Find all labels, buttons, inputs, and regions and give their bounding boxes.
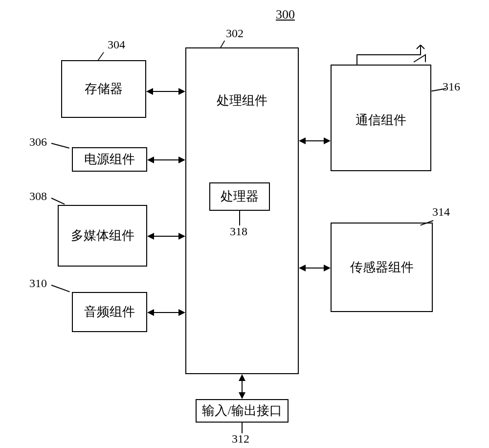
arrowhead-audio <box>147 309 154 316</box>
ref-318: 318 <box>230 225 247 238</box>
arrow-mm-proc <box>154 236 178 237</box>
leader-306 <box>51 143 69 149</box>
arrowhead-proc-from-power <box>178 157 185 163</box>
arrowhead-memory <box>146 88 153 95</box>
sensor-box: 传感器组件 <box>331 223 433 312</box>
diagram-canvas: 300 处理组件 302 处理器 318 存储器 304 电源组件 306 多媒… <box>0 0 489 448</box>
leader-308 <box>51 198 65 204</box>
memory-label: 存储器 <box>85 81 123 97</box>
ref-308: 308 <box>29 190 47 203</box>
ref-316: 316 <box>443 80 460 93</box>
arrow-audio-proc <box>154 312 178 313</box>
processing-component-box: 处理组件 <box>185 47 299 374</box>
multimedia-label: 多媒体组件 <box>71 227 134 244</box>
arrowhead-proc-from-io <box>239 374 245 381</box>
ref-310: 310 <box>29 277 47 290</box>
ref-302: 302 <box>226 27 244 40</box>
leader-318 <box>239 211 240 225</box>
audio-box: 音频组件 <box>72 292 147 332</box>
arrowhead-mm <box>147 233 154 240</box>
antenna-icon <box>342 40 440 69</box>
ref-314: 314 <box>432 205 450 219</box>
arrowhead-sensor <box>324 265 331 271</box>
io-box: 输入/输出接口 <box>196 399 289 423</box>
diagram-title: 300 <box>276 7 295 22</box>
comm-label: 通信组件 <box>332 112 430 129</box>
power-label: 电源组件 <box>84 151 135 168</box>
arrow-io-proc <box>242 381 243 392</box>
leader-310 <box>51 285 70 292</box>
arrowhead-proc-from-memory <box>178 88 185 95</box>
ref-306: 306 <box>29 135 47 149</box>
comm-box: 通信组件 <box>331 65 431 171</box>
leader-302 <box>220 41 225 48</box>
arrowhead-proc-from-audio <box>178 309 185 316</box>
arrow-power-proc <box>154 159 178 160</box>
arrowhead-proc-from-mm <box>178 233 185 240</box>
arrow-sensor-proc <box>306 268 324 269</box>
leader-304 <box>97 52 104 61</box>
audio-label: 音频组件 <box>84 304 135 320</box>
arrowhead-io <box>239 392 245 399</box>
arrowhead-comm <box>324 137 331 144</box>
arrow-comm-proc <box>306 140 324 141</box>
arrowhead-power <box>147 157 154 163</box>
memory-box: 存储器 <box>61 60 146 118</box>
processor-label: 处理器 <box>221 188 259 205</box>
sensor-label: 传感器组件 <box>350 259 414 276</box>
io-label: 输入/输出接口 <box>202 403 282 419</box>
ref-312: 312 <box>232 432 249 446</box>
processing-component-label: 处理组件 <box>186 92 298 109</box>
leader-312 <box>242 423 243 433</box>
arrow-memory-proc <box>153 91 178 92</box>
arrowhead-proc-from-sensor <box>299 265 306 271</box>
ref-304: 304 <box>108 38 125 51</box>
processor-box: 处理器 <box>209 182 270 211</box>
power-box: 电源组件 <box>72 147 147 172</box>
multimedia-box: 多媒体组件 <box>58 205 147 267</box>
arrowhead-proc-from-comm <box>299 137 306 144</box>
